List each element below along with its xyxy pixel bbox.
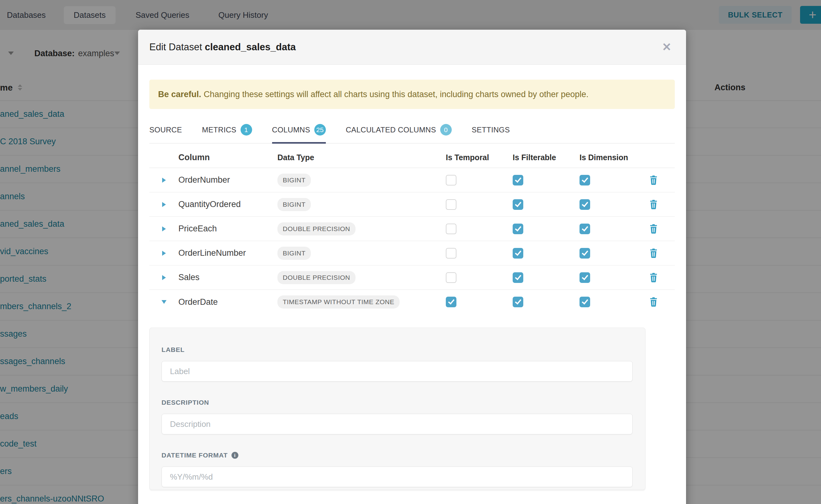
tab-source[interactable]: SOURCE xyxy=(149,120,182,143)
is-filterable-checkbox-checked[interactable] xyxy=(513,248,523,259)
tab-label: SETTINGS xyxy=(472,126,510,134)
tab-label: METRICS xyxy=(202,126,236,134)
column-detail-panel: LABEL DESCRIPTION DATETIME FORMAT i xyxy=(149,328,645,490)
column-name: PriceEach xyxy=(178,224,277,234)
columns-table: Column Data Type Is Temporal Is Filterab… xyxy=(149,147,675,314)
column-row: OrderLineNumberBIGINT xyxy=(149,241,675,265)
tab-calculated-columns[interactable]: CALCULATED COLUMNS0 xyxy=(346,120,452,143)
description-input[interactable] xyxy=(161,414,633,434)
tab-count-badge: 25 xyxy=(314,124,326,136)
is-temporal-header: Is Temporal xyxy=(446,153,513,162)
is-filterable-checkbox-checked[interactable] xyxy=(513,175,523,185)
is-temporal-checkbox-unchecked[interactable] xyxy=(446,175,457,185)
delete-column-trash-icon[interactable] xyxy=(650,224,658,234)
is-dimension-checkbox-checked[interactable] xyxy=(580,272,590,283)
modal-body: Be careful. Changing these settings will… xyxy=(138,65,686,490)
expand-caret-icon[interactable] xyxy=(162,275,166,280)
tab-count-badge: 0 xyxy=(440,124,452,136)
expand-caret-icon[interactable] xyxy=(162,178,166,183)
screen: Databases Datasets Saved Queries Query H… xyxy=(0,0,821,504)
warning-bold-text: Be careful. xyxy=(158,90,201,99)
data-type-pill: BIGINT xyxy=(277,174,311,187)
delete-column-trash-icon[interactable] xyxy=(650,273,658,282)
data-type-pill: BIGINT xyxy=(277,198,311,211)
column-row: OrderDateTIMESTAMP WITHOUT TIME ZONE xyxy=(149,290,675,314)
tab-label: SOURCE xyxy=(149,126,182,134)
column-name: QuantityOrdered xyxy=(178,200,277,209)
is-temporal-checkbox-unchecked[interactable] xyxy=(446,224,457,234)
tab-settings[interactable]: SETTINGS xyxy=(472,120,510,143)
warning-banner: Be careful. Changing these settings will… xyxy=(149,80,675,109)
tab-label: COLUMNS xyxy=(272,126,310,134)
is-temporal-checkbox-unchecked[interactable] xyxy=(446,199,457,210)
datetime-format-field: DATETIME FORMAT i xyxy=(161,452,633,487)
is-dimension-checkbox-checked[interactable] xyxy=(580,297,590,307)
column-row: QuantityOrderedBIGINT xyxy=(149,192,675,217)
expand-caret-icon[interactable] xyxy=(162,226,166,231)
column-name: OrderDate xyxy=(178,297,277,307)
warning-text: Changing these settings will affect all … xyxy=(204,90,589,99)
modal-title: Edit Dataset cleaned_sales_data xyxy=(149,42,296,53)
is-dimension-header: Is Dimension xyxy=(580,153,646,162)
delete-column-trash-icon[interactable] xyxy=(650,200,658,209)
label-input[interactable] xyxy=(161,361,633,382)
tab-label: CALCULATED COLUMNS xyxy=(346,126,436,134)
is-filterable-checkbox-checked[interactable] xyxy=(513,199,523,210)
is-dimension-checkbox-checked[interactable] xyxy=(580,224,590,234)
delete-column-trash-icon[interactable] xyxy=(650,297,658,307)
expand-caret-icon[interactable] xyxy=(162,251,166,256)
delete-column-trash-icon[interactable] xyxy=(650,249,658,258)
data-type-pill: TIMESTAMP WITHOUT TIME ZONE xyxy=(277,295,399,309)
collapse-caret-icon[interactable] xyxy=(161,300,166,304)
description-field-label: DESCRIPTION xyxy=(161,399,633,406)
column-row: SalesDOUBLE PRECISION xyxy=(149,265,675,290)
dataset-name: cleaned_sales_data xyxy=(205,42,295,52)
modal-tabs: SOURCEMETRICS1COLUMNS25CALCULATED COLUMN… xyxy=(149,120,675,144)
datetime-format-input[interactable] xyxy=(161,467,633,487)
description-field: DESCRIPTION xyxy=(161,399,633,434)
is-dimension-checkbox-checked[interactable] xyxy=(580,248,590,259)
column-row: OrderNumberBIGINT xyxy=(149,168,675,192)
is-temporal-checkbox-unchecked[interactable] xyxy=(446,248,457,259)
datetime-format-field-label: DATETIME FORMAT i xyxy=(161,452,633,459)
label-field-label: LABEL xyxy=(161,346,633,353)
is-filterable-checkbox-checked[interactable] xyxy=(513,297,523,307)
is-temporal-checkbox-checked[interactable] xyxy=(446,297,457,307)
delete-column-trash-icon[interactable] xyxy=(650,175,658,185)
modal-header: Edit Dataset cleaned_sales_data ✕ xyxy=(138,30,686,65)
data-type-pill: DOUBLE PRECISION xyxy=(277,271,355,284)
columns-table-header: Column Data Type Is Temporal Is Filterab… xyxy=(149,147,675,168)
is-filterable-checkbox-checked[interactable] xyxy=(513,224,523,234)
tab-count-badge: 1 xyxy=(240,124,252,136)
column-row: PriceEachDOUBLE PRECISION xyxy=(149,217,675,241)
data-type-header: Data Type xyxy=(277,153,446,162)
is-filterable-header: Is Filterable xyxy=(513,153,580,162)
close-icon[interactable]: ✕ xyxy=(659,40,674,55)
label-field: LABEL xyxy=(161,346,633,382)
tab-metrics[interactable]: METRICS1 xyxy=(202,120,252,143)
is-dimension-checkbox-checked[interactable] xyxy=(580,175,590,185)
column-name: Sales xyxy=(178,273,277,282)
expand-caret-icon[interactable] xyxy=(162,202,166,207)
data-type-pill: BIGINT xyxy=(277,247,311,260)
is-dimension-checkbox-checked[interactable] xyxy=(580,199,590,210)
is-filterable-checkbox-checked[interactable] xyxy=(513,272,523,283)
info-icon[interactable]: i xyxy=(231,452,238,459)
column-name: OrderLineNumber xyxy=(178,248,277,258)
column-header: Column xyxy=(178,153,277,162)
data-type-pill: DOUBLE PRECISION xyxy=(277,222,355,235)
tab-columns[interactable]: COLUMNS25 xyxy=(272,120,326,143)
column-name: OrderNumber xyxy=(178,175,277,185)
is-temporal-checkbox-unchecked[interactable] xyxy=(446,272,457,283)
edit-dataset-modal: Edit Dataset cleaned_sales_data ✕ Be car… xyxy=(138,30,686,504)
